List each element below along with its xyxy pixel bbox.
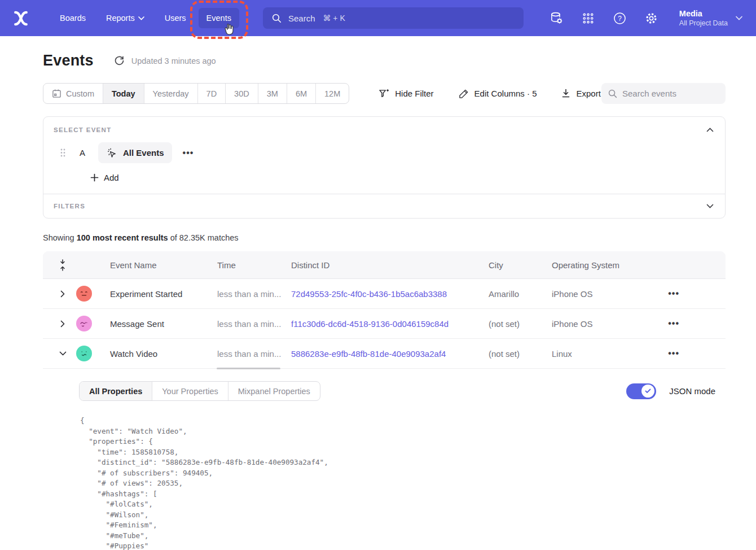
event-avatar: [76, 316, 92, 331]
add-event-button[interactable]: Add: [90, 173, 119, 182]
distinct-id-link[interactable]: 72d49553-25fc-4f0c-b436-1b5ac6ab3388: [291, 289, 447, 299]
hand-cursor-icon: [222, 23, 236, 38]
export-label: Export: [576, 89, 600, 98]
page-title: Events: [43, 52, 94, 69]
collapse-row-button[interactable]: [59, 351, 67, 356]
cell-city: (not set): [489, 349, 552, 359]
event-avatar: [76, 346, 92, 361]
settings-gear-icon[interactable]: [644, 11, 659, 25]
project-scope: All Project Data: [679, 19, 728, 28]
horizontal-scrollbar-thumb[interactable]: [217, 368, 280, 369]
event-selector-pill[interactable]: All Events: [98, 142, 172, 163]
data-management-icon[interactable]: [550, 11, 564, 25]
event-detail-panel: All Properties Your Properties Mixpanel …: [43, 369, 726, 550]
cell-os: iPhone OS: [552, 289, 642, 299]
results-suffix: of 82.35K matches: [168, 233, 239, 242]
date-range-yesterday[interactable]: Yesterday: [144, 84, 197, 103]
nav-item-reports[interactable]: Reports: [98, 8, 152, 28]
results-count: 100 most recent results: [77, 233, 168, 242]
cell-event-name: Message Sent: [110, 319, 217, 329]
nav-item-reports-label: Reports: [106, 14, 135, 23]
plus-icon: [90, 173, 99, 182]
column-header-time: Time: [217, 260, 291, 270]
date-range-custom[interactable]: Custom: [43, 84, 103, 103]
project-name: Media: [679, 8, 728, 19]
date-range-7d[interactable]: 7D: [197, 84, 226, 103]
cell-os: Linux: [552, 349, 642, 359]
table-row[interactable]: Experiment Started less than a min... 72…: [43, 279, 726, 309]
tab-mixpanel-properties[interactable]: Mixpanel Properties: [228, 382, 320, 400]
event-avatar: [76, 286, 92, 302]
row-options-button[interactable]: •••: [668, 318, 679, 329]
table-row[interactable]: Message Sent less than a min... f11c30d6…: [43, 309, 726, 339]
event-row-letter: A: [80, 148, 85, 158]
refresh-button[interactable]: [114, 55, 125, 66]
expand-filters-button[interactable]: [705, 203, 715, 209]
cell-event-name: Watch Video: [110, 349, 217, 359]
date-range-today[interactable]: Today: [103, 84, 144, 103]
results-summary: Showing 100 most recent results of 82.35…: [43, 233, 726, 242]
mixpanel-logo-icon: [12, 11, 29, 26]
toggle-knob: [641, 385, 654, 398]
tab-your-properties[interactable]: Your Properties: [152, 382, 227, 400]
chevron-up-icon: [706, 128, 714, 132]
global-search[interactable]: Search ⌘ + K: [263, 7, 524, 29]
json-mode-label: JSON mode: [669, 386, 715, 396]
search-events-input[interactable]: [622, 89, 713, 98]
pencil-icon: [459, 89, 469, 99]
row-options-button[interactable]: •••: [668, 348, 679, 359]
hide-filter-label: Hide Filter: [395, 89, 433, 98]
date-range-12m[interactable]: 12M: [315, 84, 349, 103]
search-icon: [272, 14, 282, 23]
event-query-row: A All Events •••: [54, 142, 715, 163]
nav-item-users[interactable]: Users: [157, 8, 194, 28]
calendar-icon: [52, 89, 61, 98]
events-table: Event Name Time Distinct ID City Operati…: [43, 251, 726, 550]
project-info: Media All Project Data: [679, 8, 728, 28]
toolbar-buttons: Hide Filter Edit Columns · 5 Export: [379, 89, 601, 99]
json-mode-toggle[interactable]: [626, 383, 656, 399]
event-options-button[interactable]: •••: [183, 148, 194, 158]
distinct-id-link[interactable]: f11c30d6-dc6d-4518-9136-0d046159c84d: [291, 319, 449, 329]
toolbar: Custom Today Yesterday 7D 30D 3M 6M 12M …: [43, 83, 726, 104]
column-header-event-name: Event Name: [110, 260, 217, 270]
cursor-sparkle-icon: [106, 147, 118, 159]
expand-row-button[interactable]: [59, 290, 67, 298]
collapse-all-rows-button[interactable]: [59, 259, 67, 271]
table-row-expanded[interactable]: Watch Video less than a min... 5886283e-…: [43, 339, 726, 369]
apps-grid-icon[interactable]: [581, 11, 596, 25]
expand-row-button[interactable]: [59, 320, 67, 328]
global-search-placeholder: Search: [288, 14, 315, 23]
tab-all-properties[interactable]: All Properties: [80, 382, 152, 400]
collapse-section-button[interactable]: [705, 126, 715, 133]
nav-item-boards[interactable]: Boards: [52, 8, 94, 28]
cell-os: iPhone OS: [552, 319, 642, 329]
date-range-30d[interactable]: 30D: [225, 84, 258, 103]
column-header-city: City: [489, 260, 552, 270]
query-builder-card: SELECT EVENT A: [43, 116, 726, 219]
project-switcher[interactable]: Media All Project Data: [679, 8, 742, 28]
edit-columns-label: Edit Columns · 5: [474, 89, 537, 98]
drag-handle[interactable]: [60, 149, 65, 157]
date-range-6m[interactable]: 6M: [287, 84, 315, 103]
hide-filter-button[interactable]: Hide Filter: [379, 89, 433, 99]
select-event-label: SELECT EVENT: [54, 126, 112, 133]
date-range-3m[interactable]: 3M: [258, 84, 287, 103]
export-button[interactable]: Export: [561, 89, 600, 98]
search-events-box: [601, 83, 726, 104]
nav-right-icons: ? Media All Project Data: [550, 8, 742, 28]
properties-tabs: All Properties Your Properties Mixpanel …: [79, 381, 320, 401]
column-header-os: Operating System: [552, 260, 642, 270]
column-header-distinct-id: Distinct ID: [291, 260, 489, 270]
table-header: Event Name Time Distinct ID City Operati…: [43, 251, 726, 279]
cell-city: (not set): [489, 319, 552, 329]
top-nav: Boards Reports Users Events Search ⌘ + K: [0, 0, 756, 36]
results-prefix: Showing: [43, 233, 77, 242]
row-options-button[interactable]: •••: [668, 289, 679, 299]
help-icon[interactable]: ?: [613, 11, 627, 25]
edit-columns-button[interactable]: Edit Columns · 5: [459, 89, 537, 99]
distinct-id-link[interactable]: 5886283e-e9fb-48fb-81de-40e9093a2af4: [291, 349, 446, 359]
cell-time: less than a min...: [217, 319, 291, 329]
mixpanel-logo[interactable]: [12, 11, 29, 26]
global-search-shortcut: ⌘ + K: [323, 14, 345, 23]
